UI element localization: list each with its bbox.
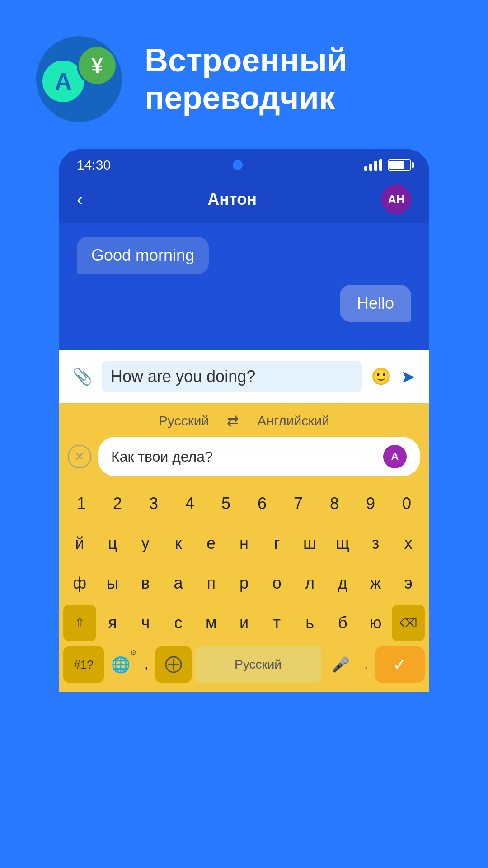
- key-9[interactable]: 9: [352, 486, 389, 522]
- translation-row: ✕ Как твои дела? A: [59, 437, 429, 484]
- key-е[interactable]: е: [195, 525, 228, 561]
- send-button[interactable]: ➤: [400, 366, 416, 387]
- confirm-key[interactable]: ✓: [375, 646, 425, 683]
- key-я[interactable]: я: [96, 605, 129, 641]
- chat-area: Good morning Hello: [59, 223, 429, 350]
- globe-key[interactable]: 🌐 ⚙: [104, 646, 137, 683]
- translation-field[interactable]: Как твои дела? A: [98, 437, 420, 476]
- key-д[interactable]: д: [326, 565, 359, 601]
- translator-bar: Русский ⇄ Английский: [59, 403, 429, 437]
- battery-fill: [389, 161, 404, 169]
- key-ч[interactable]: ч: [129, 605, 162, 641]
- key-0[interactable]: 0: [389, 486, 425, 522]
- key-н[interactable]: н: [228, 525, 261, 561]
- icon-letter-yen: ¥: [77, 45, 117, 86]
- status-time: 14:30: [77, 157, 111, 173]
- key-р[interactable]: р: [228, 565, 261, 601]
- key-8[interactable]: 8: [316, 486, 352, 522]
- period-key[interactable]: .: [357, 646, 375, 683]
- mic-key[interactable]: 🎤: [324, 646, 357, 683]
- key-ш[interactable]: ш: [293, 525, 326, 561]
- key-й[interactable]: й: [63, 525, 96, 561]
- battery-icon: [388, 159, 411, 171]
- contact-name: Антон: [207, 190, 257, 209]
- key-т[interactable]: т: [260, 605, 293, 641]
- avatar[interactable]: АН: [381, 184, 411, 214]
- key-3[interactable]: 3: [136, 486, 172, 522]
- shift-key[interactable]: ⇧: [63, 605, 96, 641]
- symbols-key[interactable]: #1?: [63, 646, 104, 683]
- key-в[interactable]: в: [129, 565, 162, 601]
- signal-icon: [364, 159, 382, 171]
- key-ж[interactable]: ж: [359, 565, 392, 601]
- key-щ[interactable]: щ: [326, 525, 359, 561]
- key-л[interactable]: л: [293, 565, 326, 601]
- key-6[interactable]: 6: [244, 486, 280, 522]
- number-row: 1 2 3 4 5 6 7 8 9 0: [59, 484, 429, 524]
- emoji-icon[interactable]: 🙂: [371, 367, 391, 386]
- key-2[interactable]: 2: [99, 486, 136, 522]
- key-г[interactable]: г: [260, 525, 293, 561]
- keyboard: Русский ⇄ Английский ✕ Как твои дела? A …: [59, 403, 429, 692]
- key-ы[interactable]: ы: [96, 565, 129, 601]
- key-ь[interactable]: ь: [293, 605, 326, 641]
- keyboard-row-3: ⇧ я ч с м и т ь б ю ⌫: [59, 603, 429, 643]
- swap-languages-icon[interactable]: ⇄: [227, 412, 239, 429]
- message-sent: Hello: [340, 285, 411, 322]
- key-5[interactable]: 5: [208, 486, 244, 522]
- status-icons: [364, 159, 411, 171]
- app-icon: A ¥: [36, 36, 122, 122]
- phone-mockup: 14:30 ‹ Антон АН Good morning Hello: [59, 149, 429, 692]
- key-ф[interactable]: ф: [63, 565, 96, 601]
- back-button[interactable]: ‹: [77, 189, 83, 210]
- key-7[interactable]: 7: [280, 486, 316, 522]
- key-з[interactable]: з: [359, 525, 392, 561]
- attach-icon[interactable]: 📎: [72, 367, 93, 386]
- comma-key[interactable]: ,: [137, 646, 155, 683]
- nav-bar: ‹ Антон АН: [59, 178, 429, 223]
- translated-text: Как твои дела?: [111, 448, 213, 465]
- bubble-sent: Hello: [340, 285, 411, 322]
- status-bar: 14:30: [59, 149, 429, 178]
- translate-badge[interactable]: A: [383, 445, 407, 468]
- camera-dot: [233, 160, 243, 170]
- key-у[interactable]: у: [129, 525, 162, 561]
- keyboard-row-2: ф ы в а п р о л д ж э: [59, 563, 429, 603]
- key-м[interactable]: м: [195, 605, 228, 641]
- key-э[interactable]: э: [392, 565, 425, 601]
- backspace-key[interactable]: ⌫: [392, 605, 425, 641]
- key-х[interactable]: х: [392, 525, 425, 561]
- keyboard-row-1: й ц у к е н г ш щ з х: [59, 524, 429, 563]
- message-input[interactable]: How are you doing?: [102, 361, 362, 392]
- lang-from[interactable]: Русский: [159, 413, 209, 429]
- key-к[interactable]: к: [162, 525, 195, 561]
- key-ю[interactable]: ю: [359, 605, 392, 641]
- clear-translation-button[interactable]: ✕: [68, 445, 91, 468]
- key-1[interactable]: 1: [63, 486, 99, 522]
- keyboard-bottom-row: #1? 🌐 ⚙ , Русский 🎤 . ✓: [59, 643, 429, 692]
- key-о[interactable]: о: [260, 565, 293, 601]
- key-и[interactable]: и: [228, 605, 261, 641]
- lang-to[interactable]: Английский: [257, 413, 329, 429]
- key-п[interactable]: п: [195, 565, 228, 601]
- move-icon-key[interactable]: [155, 646, 192, 683]
- header-section: A ¥ Встроенный переводчик: [0, 0, 488, 149]
- key-а[interactable]: а: [162, 565, 195, 601]
- key-с[interactable]: с: [162, 605, 195, 641]
- key-4[interactable]: 4: [172, 486, 208, 522]
- space-key[interactable]: Русский: [195, 646, 321, 683]
- input-bar: 📎 How are you doing? 🙂 ➤: [59, 350, 429, 403]
- key-б[interactable]: б: [326, 605, 359, 641]
- message-received: Good morning: [77, 237, 209, 274]
- header-title: Встроенный переводчик: [145, 42, 347, 117]
- key-ц[interactable]: ц: [96, 525, 129, 561]
- bubble-received: Good morning: [77, 237, 209, 274]
